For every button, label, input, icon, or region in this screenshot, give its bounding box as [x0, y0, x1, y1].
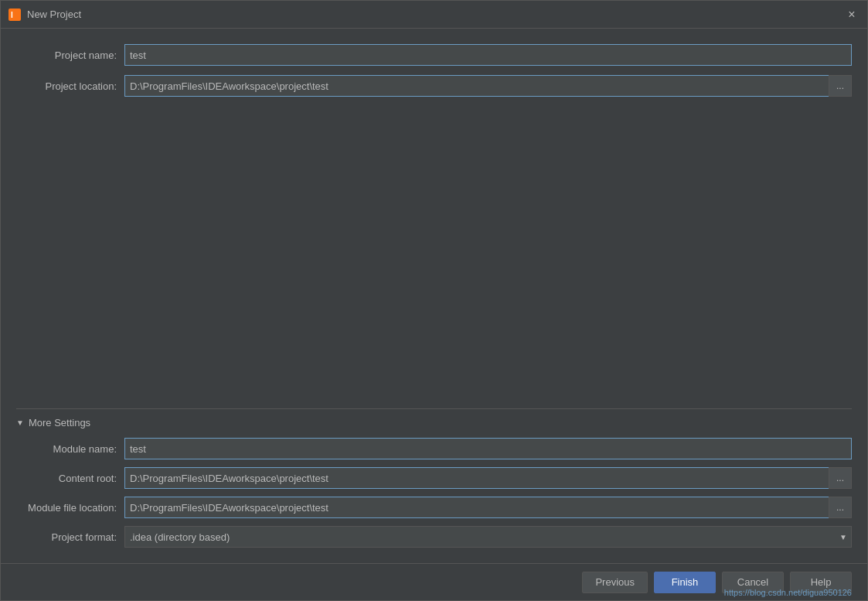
project-location-group: ...	[124, 75, 852, 97]
module-file-location-group: ...	[124, 497, 852, 518]
content-root-input[interactable]	[124, 467, 829, 489]
close-button[interactable]: ×	[844, 7, 859, 22]
more-settings-form: Module name: Content root: ... Module fi…	[16, 438, 852, 548]
module-file-location-row: Module file location: ...	[16, 497, 852, 518]
content-root-label: Content root:	[16, 473, 124, 484]
project-location-row: Project location: ...	[16, 75, 852, 97]
project-location-label: Project location:	[16, 80, 124, 92]
module-name-input[interactable]	[124, 438, 852, 459]
project-location-browse-button[interactable]: ...	[829, 75, 852, 97]
content-root-row: Content root: ...	[16, 467, 852, 489]
project-format-label: Project format:	[16, 531, 124, 543]
project-format-select-wrapper: .idea (directory based) ▼	[124, 526, 852, 548]
more-settings-section: ▼ More Settings Module name: Content roo…	[16, 408, 852, 555]
content-spacer	[16, 106, 852, 408]
project-location-input[interactable]	[124, 75, 829, 97]
module-file-location-label: Module file location:	[16, 502, 124, 514]
project-name-input[interactable]	[124, 44, 852, 66]
more-settings-toggle[interactable]: ▼ More Settings	[16, 417, 852, 429]
project-name-label: Project name:	[16, 50, 124, 61]
project-name-row: Project name:	[16, 44, 852, 66]
button-bar: Previous Finish Cancel Help https://blog…	[1, 563, 867, 600]
new-project-dialog: I New Project × Project name: Project lo…	[0, 0, 868, 601]
app-icon: I	[9, 9, 21, 21]
content-area: Project name: Project location: ... ▼ Mo…	[1, 29, 867, 563]
title-bar: I New Project ×	[1, 1, 867, 29]
collapse-icon: ▼	[16, 418, 24, 427]
dialog-title: New Project	[27, 9, 844, 20]
content-root-browse-button[interactable]: ...	[829, 467, 852, 489]
svg-text:I: I	[11, 11, 13, 19]
module-name-label: Module name:	[16, 443, 124, 455]
module-file-location-input[interactable]	[124, 497, 829, 518]
module-file-location-browse-button[interactable]: ...	[829, 497, 852, 518]
more-settings-label: More Settings	[29, 417, 90, 429]
status-url: https://blog.csdn.net/digua950126	[724, 588, 852, 597]
module-name-row: Module name:	[16, 438, 852, 459]
project-format-select[interactable]: .idea (directory based)	[124, 526, 852, 548]
content-root-group: ...	[124, 467, 852, 489]
finish-button[interactable]: Finish	[654, 572, 716, 593]
previous-button[interactable]: Previous	[582, 572, 648, 593]
project-format-row: Project format: .idea (directory based) …	[16, 526, 852, 548]
